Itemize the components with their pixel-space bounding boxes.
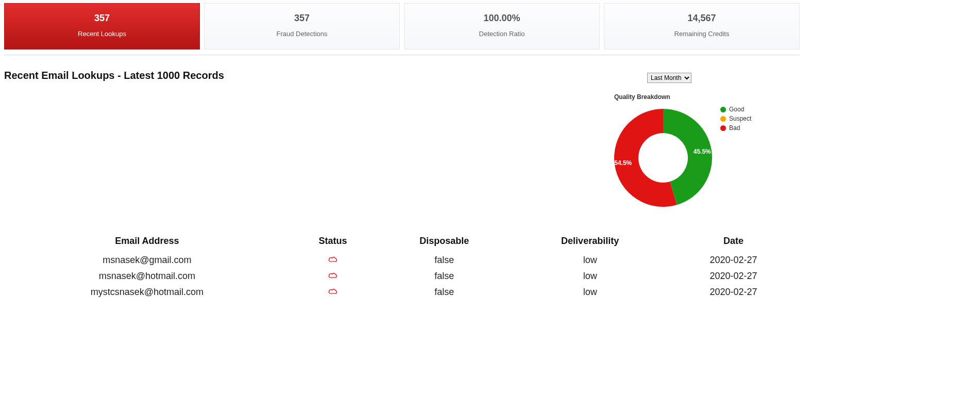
cell-disposable: false	[377, 285, 512, 300]
stat-value: 14,567	[610, 13, 794, 24]
legend-item-suspect: Suspect	[720, 115, 751, 122]
cell-email: mystcsnasek@hotmail.com	[5, 285, 289, 300]
donut-label-bad: 54.5%	[614, 159, 632, 167]
table-row: msnasek@gmail.comfalselow2020-02-27	[5, 253, 799, 268]
cell-disposable: false	[377, 253, 512, 268]
cell-deliverability: low	[513, 285, 667, 300]
section-title: Recent Email Lookups - Latest 1000 Recor…	[4, 70, 647, 81]
cell-disposable: false	[377, 269, 512, 284]
chart-title: Quality Breakdown	[614, 93, 800, 101]
stat-value: 357	[210, 13, 394, 24]
cell-status	[290, 269, 376, 284]
legend-item-good: Good	[720, 106, 751, 113]
table-row: msnasek@hotmail.comfalselow2020-02-27	[5, 269, 799, 284]
legend-label: Suspect	[729, 115, 751, 122]
col-header: Status	[290, 234, 376, 252]
quality-breakdown-chart: Quality Breakdown 45.5%54.5% GoodSuspect…	[609, 93, 800, 212]
stat-card-recent-lookups[interactable]: 357Recent Lookups	[4, 3, 200, 50]
cell-deliverability: low	[513, 253, 667, 268]
cell-date: 2020-02-27	[668, 269, 799, 284]
legend-swatch	[720, 116, 726, 122]
col-header: Email Address	[5, 234, 289, 252]
legend-item-bad: Bad	[720, 124, 751, 132]
cell-date: 2020-02-27	[668, 253, 799, 268]
donut-label-good: 45.5%	[694, 148, 711, 155]
cell-status	[290, 285, 376, 300]
cell-status	[290, 253, 376, 268]
table-row: mystcsnasek@hotmail.comfalselow2020-02-2…	[5, 285, 799, 300]
date-range-select[interactable]: Last Month	[647, 73, 691, 83]
cell-email: msnasek@gmail.com	[5, 253, 289, 268]
legend-label: Good	[729, 106, 744, 113]
stat-label: Detection Ratio	[410, 30, 594, 38]
stat-card-remaining-credits[interactable]: 14,567Remaining Credits	[604, 3, 800, 50]
col-header: Deliverability	[513, 234, 667, 252]
cell-deliverability: low	[513, 269, 667, 284]
cell-email: msnasek@hotmail.com	[5, 269, 289, 284]
stat-card-detection-ratio[interactable]: 100.00%Detection Ratio	[404, 3, 600, 50]
lookups-table: Email AddressStatusDisposableDeliverabil…	[4, 233, 800, 301]
stat-label: Recent Lookups	[10, 30, 194, 38]
stat-label: Fraud Detections	[210, 30, 394, 38]
stat-card-fraud-detections[interactable]: 357Fraud Detections	[204, 3, 400, 50]
col-header: Date	[668, 234, 799, 252]
cloud-alert-icon	[328, 287, 338, 297]
stat-value: 100.00%	[410, 13, 594, 24]
stat-value: 357	[10, 13, 194, 24]
cloud-alert-icon	[328, 255, 338, 265]
legend-swatch	[720, 125, 726, 131]
cell-date: 2020-02-27	[668, 285, 799, 300]
legend-swatch	[720, 107, 726, 112]
cloud-alert-icon	[328, 271, 338, 281]
legend-label: Bad	[729, 124, 740, 132]
col-header: Disposable	[377, 234, 512, 252]
stat-label: Remaining Credits	[610, 30, 794, 38]
